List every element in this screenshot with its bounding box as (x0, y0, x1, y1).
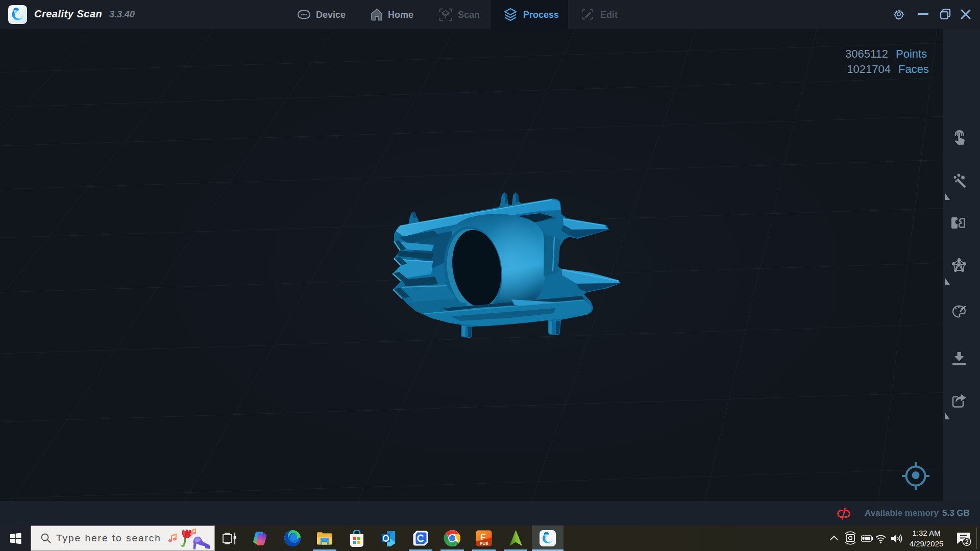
svg-text:2: 2 (965, 538, 969, 545)
svg-text:FUS: FUS (480, 541, 489, 546)
svg-text:F: F (480, 532, 485, 542)
svg-text:1021704: 1021704 (847, 63, 891, 76)
svg-text:Faces: Faces (898, 63, 929, 76)
svg-text:3065112: 3065112 (845, 47, 888, 60)
svg-text:Points: Points (896, 47, 927, 60)
